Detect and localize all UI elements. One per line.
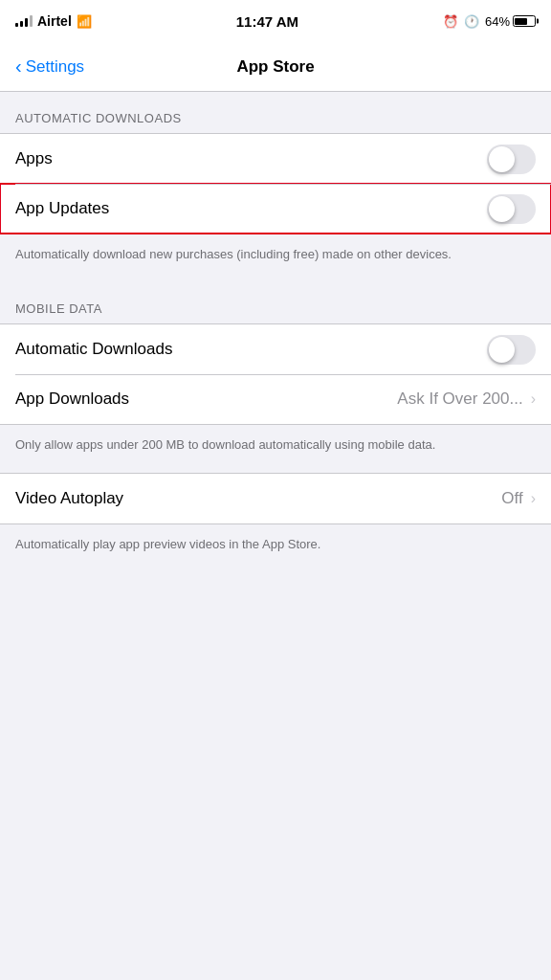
nav-bar: ‹ Settings App Store — [0, 42, 551, 92]
app-updates-label: App Updates — [15, 199, 109, 218]
clock-icon: 🕐 — [464, 14, 479, 29]
alarm-icon: ⏰ — [443, 14, 458, 29]
status-left: Airtel 📶 — [15, 13, 92, 29]
mobile-data-description: Only allow apps under 200 MB to download… — [0, 425, 551, 473]
video-autoplay-right: Off › — [501, 489, 536, 508]
app-downloads-row[interactable]: App Downloads Ask If Over 200... › — [0, 374, 551, 424]
app-downloads-label: App Downloads — [15, 390, 129, 409]
battery-container: 64% — [485, 14, 536, 29]
apps-row[interactable]: Apps — [0, 134, 551, 184]
mobile-data-group: Automatic Downloads App Downloads Ask If… — [0, 323, 551, 425]
mobile-automatic-downloads-row[interactable]: Automatic Downloads — [0, 324, 551, 374]
battery-percent: 64% — [485, 14, 510, 29]
wifi-icon: 📶 — [77, 14, 92, 29]
time-label: 11:47 AM — [236, 13, 298, 30]
apps-label: Apps — [15, 149, 53, 168]
status-right: ⏰ 🕐 64% — [443, 14, 536, 29]
mobile-automatic-downloads-label: Automatic Downloads — [15, 340, 172, 359]
apps-toggle-knob — [489, 146, 515, 172]
apps-toggle[interactable] — [487, 145, 536, 174]
mobile-automatic-downloads-toggle[interactable] — [487, 335, 536, 365]
video-autoplay-chevron-icon: › — [531, 490, 536, 507]
mobile-automatic-downloads-toggle-knob — [489, 337, 515, 363]
app-updates-row[interactable]: App Updates — [0, 184, 551, 234]
video-autoplay-description: Automatically play app preview videos in… — [0, 524, 551, 572]
section-header-mobile-data: MOBILE DATA — [0, 282, 551, 323]
video-autoplay-label: Video Autoplay — [15, 489, 123, 508]
automatic-downloads-description: Automatically download new purchases (in… — [0, 234, 551, 282]
app-downloads-right: Ask If Over 200... › — [397, 390, 536, 409]
video-autoplay-value: Off — [501, 489, 522, 508]
app-downloads-chevron-icon: › — [531, 390, 536, 408]
battery-fill — [515, 18, 526, 25]
back-label: Settings — [26, 57, 84, 77]
battery-icon — [513, 15, 536, 27]
carrier-label: Airtel — [37, 13, 72, 29]
app-updates-toggle-knob — [489, 196, 515, 222]
back-chevron-icon: ‹ — [15, 56, 22, 76]
automatic-downloads-group: Apps App Updates — [0, 133, 551, 234]
video-autoplay-row[interactable]: Video Autoplay Off › — [0, 474, 551, 523]
signal-bars — [15, 15, 33, 27]
back-button[interactable]: ‹ Settings — [15, 57, 84, 77]
video-autoplay-group: Video Autoplay Off › — [0, 473, 551, 524]
app-downloads-value: Ask If Over 200... — [397, 390, 522, 409]
page-title: App Store — [236, 57, 314, 77]
section-header-automatic-downloads: AUTOMATIC DOWNLOADS — [0, 92, 551, 133]
status-bar: Airtel 📶 11:47 AM ⏰ 🕐 64% — [0, 0, 551, 42]
app-updates-toggle[interactable] — [487, 194, 536, 224]
